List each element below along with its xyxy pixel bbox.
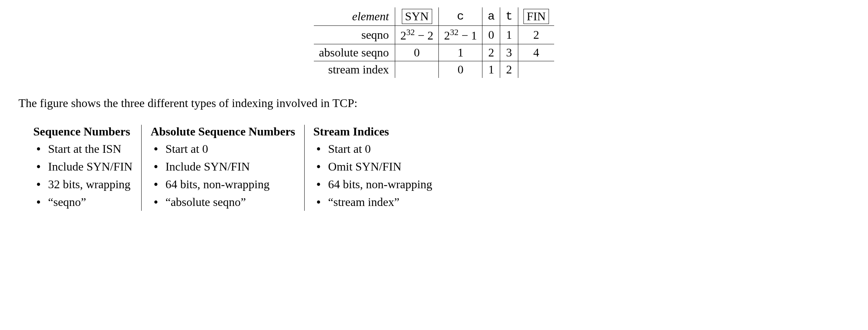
seqno-table: element SYN c a t FIN seqno 232 − 2 232 … bbox=[314, 7, 554, 78]
seqno-4: 2 bbox=[518, 26, 554, 44]
abs-4: 4 bbox=[518, 44, 554, 61]
list-item: Omit SYN/FIN bbox=[313, 158, 433, 175]
element-a: a bbox=[482, 7, 500, 26]
abs-1: 1 bbox=[439, 44, 482, 61]
seqno-0: 232 − 2 bbox=[395, 26, 439, 44]
list-item: Start at the ISN bbox=[33, 140, 132, 158]
col-title-0: Sequence Numbers bbox=[33, 125, 132, 138]
seqno-table-wrapper: element SYN c a t FIN seqno 232 − 2 232 … bbox=[18, 7, 850, 78]
element-c: c bbox=[439, 7, 482, 26]
element-t: t bbox=[500, 7, 518, 26]
col-title-1: Absolute Sequence Numbers bbox=[150, 125, 295, 138]
list-item: 64 bits, non-wrapping bbox=[313, 175, 433, 193]
col-list-2: Start at 0 Omit SYN/FIN 64 bits, non-wra… bbox=[313, 140, 433, 211]
element-fin: FIN bbox=[523, 9, 549, 24]
list-item: “absolute seqno” bbox=[150, 193, 295, 211]
row-label-sidx: stream index bbox=[314, 61, 395, 78]
col-absolute-sequence-numbers: Absolute Sequence Numbers Start at 0 Inc… bbox=[141, 125, 304, 211]
list-item: 32 bits, wrapping bbox=[33, 175, 132, 193]
table-row-stream-index: stream index 0 1 2 bbox=[314, 61, 554, 78]
list-item: Include SYN/FIN bbox=[33, 158, 132, 175]
row-label-seqno: seqno bbox=[314, 26, 395, 44]
abs-2: 2 bbox=[482, 44, 500, 61]
element-syn: SYN bbox=[402, 9, 432, 24]
columns-wrapper: Sequence Numbers Start at the ISN Includ… bbox=[33, 125, 850, 211]
col-list-0: Start at the ISN Include SYN/FIN 32 bits… bbox=[33, 140, 132, 211]
list-item: Include SYN/FIN bbox=[150, 158, 295, 175]
list-item: “stream index” bbox=[313, 193, 433, 211]
list-item: Start at 0 bbox=[313, 140, 433, 158]
sidx-4 bbox=[518, 61, 554, 78]
sidx-3: 2 bbox=[500, 61, 518, 78]
list-item: 64 bits, non-wrapping bbox=[150, 175, 295, 193]
table-row-absolute-seqno: absolute seqno 0 1 2 3 4 bbox=[314, 44, 554, 61]
list-item: “seqno” bbox=[33, 193, 132, 211]
seqno-3: 1 bbox=[500, 26, 518, 44]
table-row-seqno: seqno 232 − 2 232 − 1 0 1 2 bbox=[314, 26, 554, 44]
abs-3: 3 bbox=[500, 44, 518, 61]
seqno-1: 232 − 1 bbox=[439, 26, 482, 44]
col-stream-indices: Stream Indices Start at 0 Omit SYN/FIN 6… bbox=[304, 125, 441, 211]
caption-text: The figure shows the three different typ… bbox=[18, 96, 850, 110]
sidx-1: 0 bbox=[439, 61, 482, 78]
col-sequence-numbers: Sequence Numbers Start at the ISN Includ… bbox=[33, 125, 141, 211]
col-list-1: Start at 0 Include SYN/FIN 64 bits, non-… bbox=[150, 140, 295, 211]
table-row-element: element SYN c a t FIN bbox=[314, 7, 554, 26]
seqno-2: 0 bbox=[482, 26, 500, 44]
sidx-2: 1 bbox=[482, 61, 500, 78]
abs-0: 0 bbox=[395, 44, 439, 61]
col-title-2: Stream Indices bbox=[313, 125, 433, 138]
sidx-0 bbox=[395, 61, 439, 78]
row-label-element: element bbox=[314, 7, 395, 26]
row-label-abs: absolute seqno bbox=[314, 44, 395, 61]
list-item: Start at 0 bbox=[150, 140, 295, 158]
